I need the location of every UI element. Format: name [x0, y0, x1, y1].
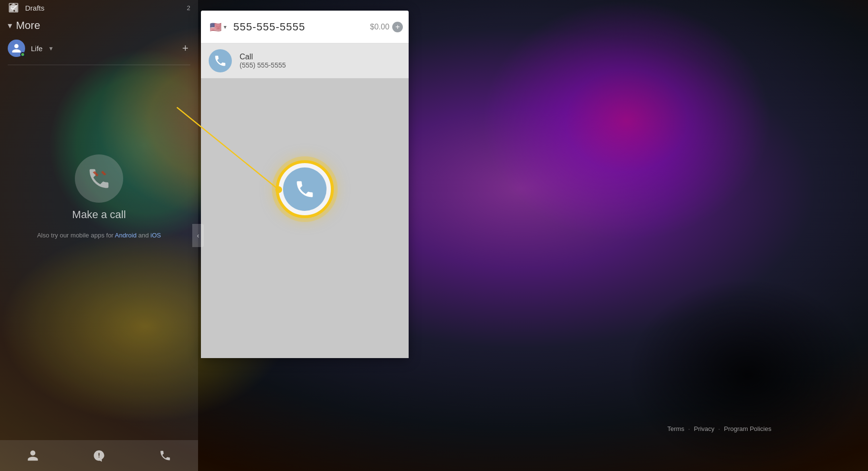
more-label: More: [16, 19, 40, 32]
make-call-label: Make a call: [72, 208, 126, 221]
call-suggestion-info: Call (555) 555-5555: [240, 53, 286, 69]
drafts-label: Drafts: [25, 4, 181, 12]
footer-sep-2: ·: [718, 425, 720, 432]
flag-chevron-icon: ▾: [224, 24, 227, 30]
privacy-link[interactable]: Privacy: [694, 425, 714, 432]
phone-number-input[interactable]: [233, 21, 366, 33]
call-suggestion-row[interactable]: Call (555) 555-5555: [201, 43, 409, 78]
footer-sep-1: ·: [688, 425, 690, 432]
android-link[interactable]: Android: [115, 232, 137, 239]
dial-input-row: 🇺🇸 ▾ $0.00 +: [201, 11, 409, 43]
call-suggestion-icon: [209, 49, 232, 72]
dial-popup: 🇺🇸 ▾ $0.00 + Call (555) 555-5555: [201, 11, 409, 358]
add-credit-button[interactable]: +: [392, 22, 403, 32]
drafts-icon: [8, 2, 19, 14]
bottom-nav: [0, 440, 198, 471]
more-row[interactable]: ▾ More: [0, 15, 198, 36]
call-label: Call: [240, 53, 286, 61]
credit-display: $0.00 +: [370, 22, 403, 32]
us-flag-icon: 🇺🇸: [210, 21, 222, 33]
bg-decoration-3: [482, 0, 771, 241]
contacts-nav-button[interactable]: [27, 449, 39, 462]
footer-links: Terms · Privacy · Program Policies: [667, 425, 771, 432]
phone-icon-large: [75, 154, 123, 203]
account-row[interactable]: Life ▾ +: [0, 36, 198, 61]
ios-link[interactable]: iOS: [151, 232, 161, 239]
add-button[interactable]: +: [180, 40, 190, 56]
mobile-apps-text: Also try our mobile apps for Android and…: [37, 231, 161, 240]
hangouts-nav-button[interactable]: [93, 449, 105, 462]
make-call-section: Make a call Also try our mobile apps for…: [0, 145, 198, 250]
call-number: (555) 555-5555: [240, 61, 286, 69]
drafts-row[interactable]: Drafts 2: [0, 0, 198, 15]
terms-link[interactable]: Terms: [667, 425, 684, 432]
online-indicator: [20, 52, 25, 57]
drafts-count: 2: [187, 4, 190, 12]
divider: [8, 65, 190, 65]
call-button-inner: [283, 167, 327, 211]
call-button-highlighted[interactable]: [276, 160, 334, 218]
svg-point-1: [275, 186, 282, 193]
phone-nav-button[interactable]: [159, 449, 171, 462]
bg-decoration-5: [626, 278, 868, 471]
program-policies-link[interactable]: Program Policies: [724, 425, 771, 432]
country-selector[interactable]: 🇺🇸 ▾: [207, 19, 229, 35]
credit-amount: $0.00: [370, 23, 389, 31]
avatar: [8, 40, 25, 57]
sidebar: Drafts 2 ▾ More Life ▾ + Make a call Als…: [0, 0, 198, 471]
account-name: Life: [31, 44, 43, 53]
chevron-down-icon: ▾: [8, 20, 12, 31]
account-chevron-icon: ▾: [49, 44, 53, 52]
dial-body: [201, 78, 409, 358]
sidebar-collapse-button[interactable]: ‹: [192, 224, 204, 247]
